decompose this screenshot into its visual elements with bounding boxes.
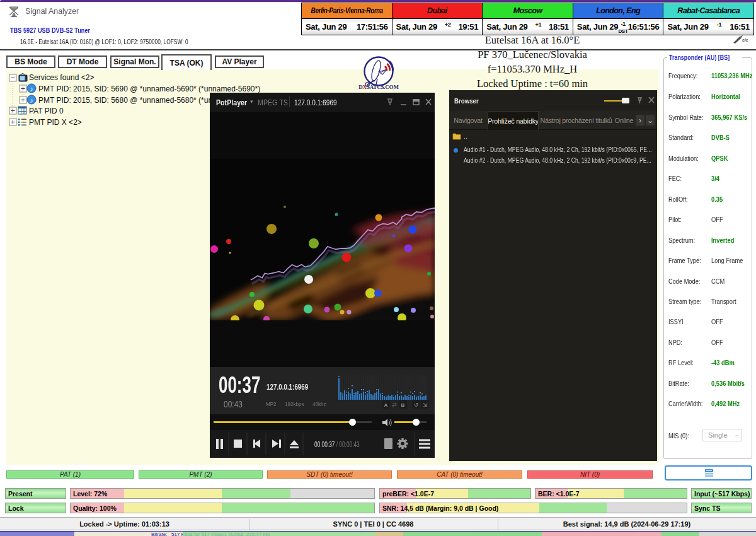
svg-text:♪: ♪: [30, 96, 33, 104]
svg-text:⇲: ⇲: [423, 402, 428, 408]
svg-text:⇄: ⇄: [392, 402, 397, 408]
svg-text:A: A: [384, 402, 388, 408]
svg-text:B: B: [401, 402, 405, 408]
svg-text:↺: ↺: [414, 402, 419, 408]
svg-text:c/c: c/c: [742, 38, 748, 42]
svg-text:DXSATCS.COM: DXSATCS.COM: [358, 84, 399, 90]
svg-text:♪: ♪: [30, 85, 33, 93]
